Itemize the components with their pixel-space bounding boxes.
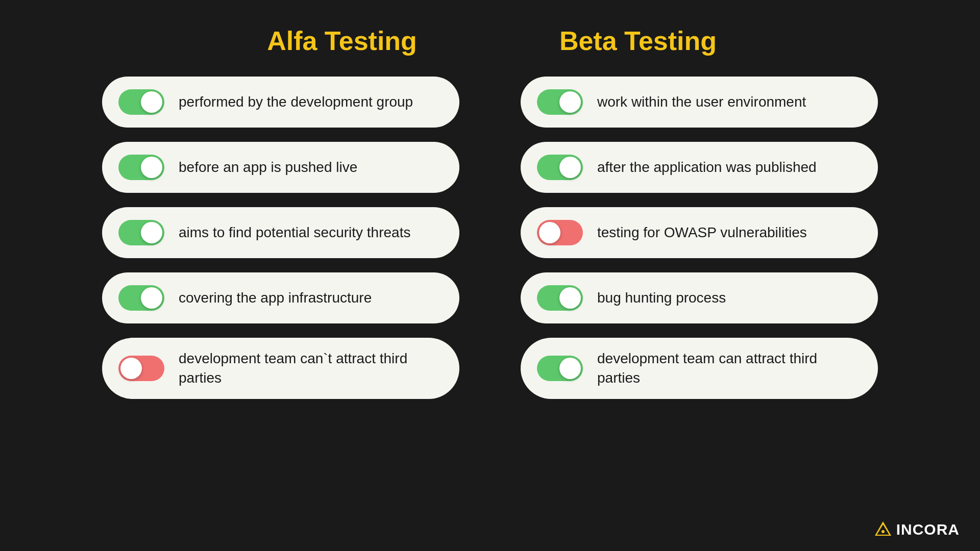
toggle-knob-alfa-4 <box>141 287 162 309</box>
toggle-knob-alfa-2 <box>141 157 162 178</box>
beta-item-4[interactable]: bug hunting process <box>521 272 878 323</box>
alfa-item-5[interactable]: development team can`t attract third par… <box>102 338 459 399</box>
beta-column: work within the user environment after t… <box>521 77 878 399</box>
page-header: Alfa Testing Beta Testing <box>245 26 735 56</box>
toggle-alfa-5[interactable] <box>118 356 164 381</box>
toggle-beta-2[interactable] <box>537 155 583 180</box>
toggle-knob-beta-5 <box>559 358 581 379</box>
beta-item-text-1: work within the user environment <box>597 92 862 112</box>
toggle-beta-4[interactable] <box>537 285 583 311</box>
columns-wrapper: performed by the development group befor… <box>102 77 878 399</box>
toggle-knob-beta-2 <box>559 157 581 178</box>
beta-item-3[interactable]: testing for OWASP vulnerabilities <box>521 207 878 258</box>
toggle-knob-beta-3 <box>539 222 560 243</box>
beta-item-5[interactable]: development team can attract third parti… <box>521 338 878 399</box>
beta-item-1[interactable]: work within the user environment <box>521 77 878 128</box>
beta-item-2[interactable]: after the application was published <box>521 142 878 193</box>
toggle-alfa-2[interactable] <box>118 155 164 180</box>
alfa-item-text-1: performed by the development group <box>179 92 443 112</box>
logo: INCORA <box>874 520 960 539</box>
svg-point-2 <box>881 530 885 533</box>
toggle-beta-3[interactable] <box>537 220 583 245</box>
beta-item-text-4: bug hunting process <box>597 288 862 308</box>
toggle-alfa-1[interactable] <box>118 89 164 115</box>
alfa-item-4[interactable]: covering the app infrastructure <box>102 272 459 323</box>
alfa-item-text-5: development team can`t attract third par… <box>179 349 443 388</box>
alfa-item-2[interactable]: before an app is pushed live <box>102 142 459 193</box>
alfa-item-3[interactable]: aims to find potential security threats <box>102 207 459 258</box>
alfa-item-text-4: covering the app infrastructure <box>179 288 443 308</box>
beta-item-text-2: after the application was published <box>597 158 862 177</box>
toggle-alfa-3[interactable] <box>118 220 164 245</box>
alfa-column: performed by the development group befor… <box>102 77 459 399</box>
toggle-beta-5[interactable] <box>537 356 583 381</box>
toggle-beta-1[interactable] <box>537 89 583 115</box>
beta-item-text-5: development team can attract third parti… <box>597 349 862 388</box>
logo-text: INCORA <box>896 521 960 538</box>
toggle-alfa-4[interactable] <box>118 285 164 311</box>
toggle-knob-alfa-3 <box>141 222 162 243</box>
beta-title: Beta Testing <box>541 26 735 56</box>
beta-item-text-3: testing for OWASP vulnerabilities <box>597 223 862 242</box>
toggle-knob-alfa-1 <box>141 91 162 113</box>
toggle-knob-beta-1 <box>559 91 581 113</box>
alfa-item-text-3: aims to find potential security threats <box>179 223 443 242</box>
alfa-title: Alfa Testing <box>245 26 439 56</box>
logo-icon <box>874 520 892 539</box>
toggle-knob-alfa-5 <box>120 358 142 379</box>
alfa-item-text-2: before an app is pushed live <box>179 158 443 177</box>
alfa-item-1[interactable]: performed by the development group <box>102 77 459 128</box>
toggle-knob-beta-4 <box>559 287 581 309</box>
